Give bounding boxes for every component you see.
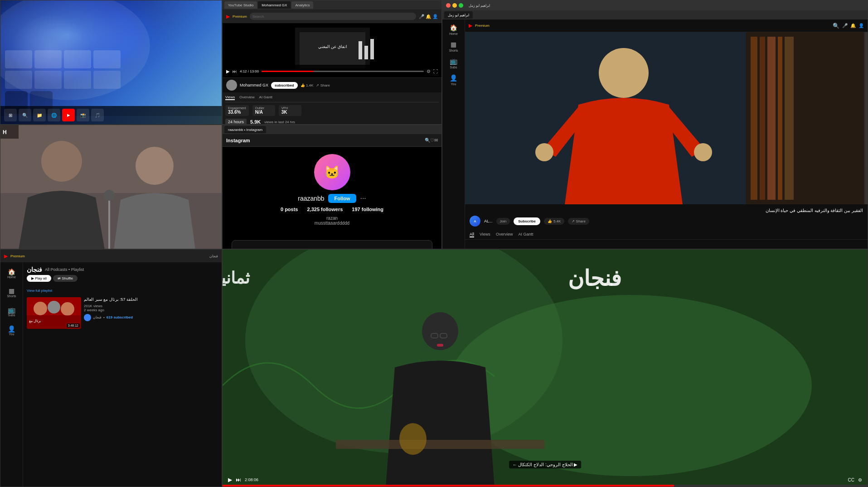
yt-logo-playlist: ▶ [4,254,8,259]
tab-overview-right[interactable]: Overview [496,232,513,237]
start-icon[interactable]: ⊞ [4,109,17,121]
channel-avatar: A [470,216,480,227]
you-nav[interactable]: 👤You [5,323,19,338]
home-icon[interactable]: 🏠Home [449,24,458,35]
browser-icon[interactable]: 🌐 [48,109,60,121]
shorts-nav[interactable]: ▦Shorts [5,285,19,299]
ig-followers-count[interactable]: 2,325 followers [307,207,343,212]
fullscreen-icon[interactable]: ⛶ [433,69,438,74]
mic-icon[interactable]: 🎤 [842,23,848,28]
tab-views[interactable]: Views [480,232,490,237]
playlist-panel: ▶ Premium فنجان 🏠Home ▦Shorts 📺Subs 👤You… [0,249,222,487]
taskbar-app1[interactable]: 📸 [77,109,89,121]
view-full-playlist[interactable]: View full playlist [27,289,52,293]
join-button[interactable]: Join [496,218,510,225]
play-all-btn[interactable]: ▶ Play all [27,275,51,282]
subscriptions-icon[interactable]: 📺Subs [450,58,457,69]
video-caption: ← الحلاج الروحي: الدلاج الكثكال ▶ [509,461,582,468]
stats-row: Engagement 33.6% Outlier N/A VPH 3K [225,105,439,116]
svg-point-38 [104,190,115,201]
close-btn[interactable] [446,3,451,8]
tab-overview[interactable]: Overview [239,95,254,100]
ig-more-button[interactable]: ··· [360,194,366,203]
browser-tabs-right: ابراهيم ابو زمل [442,10,868,19]
settings-btn[interactable]: ⚙ [858,477,862,482]
svg-rect-26 [767,37,776,200]
episode-title[interactable]: الحلقة 57: برتال مع سير العالم [84,297,218,303]
window-title: ابراهيم ابو زمل [469,4,490,8]
search-icon[interactable]: 🔍 [19,109,31,121]
yt-logo-right: ▶ [469,23,472,28]
settings-icon[interactable]: ⚙ [427,69,431,74]
shuffle-btn[interactable]: ⇄ Shuffle [53,275,78,282]
account-icon[interactable]: 👤 [858,23,864,28]
right-youtube-panel: ابراهيم ابو زمل ابراهيم ابو زمل 🏠Home ▦S… [442,0,868,249]
ig-private-box: 🔒 This account is private Follow to see … [232,240,432,249]
taskbar-app2[interactable]: 🎵 [91,109,104,121]
svg-rect-28 [785,37,794,200]
svg-point-31 [694,143,712,161]
ig-dm[interactable]: ✉ [434,138,438,143]
video-time: 4:12 / 13:00 [240,69,259,73]
play-btn[interactable]: ▶ [226,69,230,74]
skip-forward-btn[interactable]: ⏭ [236,477,241,483]
subs-nav[interactable]: 📺Subs [5,304,19,318]
tab-ai[interactable]: AI Gantt [259,95,272,100]
svg-rect-24 [751,37,757,200]
svg-rect-16 [359,41,362,59]
ig-tab[interactable]: raazanbb • Instagram [224,126,266,133]
bell-icon[interactable]: 🔔 [850,23,856,28]
tab-active-right[interactable]: ابراهيم ابو زمل [444,11,473,19]
share-button[interactable]: ↗ Share [568,218,589,225]
svg-rect-27 [778,37,782,200]
you-icon[interactable]: 👤You [450,74,457,86]
svg-rect-3 [34,50,62,68]
ig-follow-button[interactable]: Follow [328,194,357,203]
premium-badge: Premium [233,14,247,19]
video-progress[interactable] [223,485,868,487]
playlist-header-title: فنجان [209,254,218,258]
desktop-panel: ⊞ 🔍 📁 🌐 ▶ 📸 🎵 [0,0,222,125]
play-pause-btn[interactable]: ▶ [228,477,232,483]
browser-tab-3[interactable]: Analytics [291,1,313,9]
subscribe-button-right[interactable]: Subscribe [514,217,540,225]
svg-rect-55 [336,440,544,449]
browser-tab-2[interactable]: Mohammed GX [258,1,291,9]
like-button[interactable]: 👍 5.4K [544,218,564,225]
tab-ai-right[interactable]: AI Gantt [518,232,533,237]
ig-following-count[interactable]: 197 following [352,207,383,212]
min-btn[interactable] [452,3,457,8]
browser-tab-1[interactable]: YouTube Studio [224,1,257,9]
tab-views[interactable]: Views [225,95,235,100]
home-nav[interactable]: 🏠Home [5,266,19,280]
playlist-thumbnail[interactable]: برتال مع 3:48:12 [27,297,81,329]
ig-search[interactable]: 🔍 [425,138,430,143]
skip-btn[interactable]: ⏭ [233,69,237,74]
browser-tabs: YouTube Studio Mohammed GX Analytics [223,0,441,10]
svg-rect-37 [108,198,110,249]
video-background: فنجان ثمانية [223,250,868,487]
max-btn[interactable] [459,3,463,8]
file-icon[interactable]: 📁 [33,109,46,121]
time-period[interactable]: 24 hours [225,119,247,125]
ig-heart[interactable]: ♡ [430,138,434,143]
share-btn[interactable]: ↗ Share [316,83,330,87]
playlist-content: فنجان All Podcasts • Playlist ▶ Play all… [23,262,222,487]
svg-rect-5 [93,50,121,68]
yt-logo: ▶ [226,14,230,19]
yt-header: ▶ Premium Search 🎤 🔔 👤 [223,10,441,23]
svg-point-43 [48,301,60,313]
tab-all[interactable]: All [470,232,474,237]
svg-rect-6 [5,71,32,89]
cc-btn[interactable]: CC [848,477,854,482]
svg-text:برتال مع: برتال مع [29,319,41,323]
ig-stats: 0 posts 2,325 followers 197 following [281,207,383,212]
search-icon-right[interactable]: 🔍 [833,23,839,29]
two-people-panel: H [0,125,222,249]
shorts-icon[interactable]: ▦Shorts [449,41,458,52]
search-bar[interactable]: Search [250,13,416,20]
ig-profile: 🐱 raazanbb Follow ··· 0 posts 2,325 foll… [223,147,441,236]
youtube-icon[interactable]: ▶ [62,109,75,121]
subscribe-button[interactable]: subscribed [271,82,298,89]
video-preview: اتفاق عن المغني ▶ ⏭ 4:12 / 13:00 ⚙ ⛶ [223,23,441,77]
